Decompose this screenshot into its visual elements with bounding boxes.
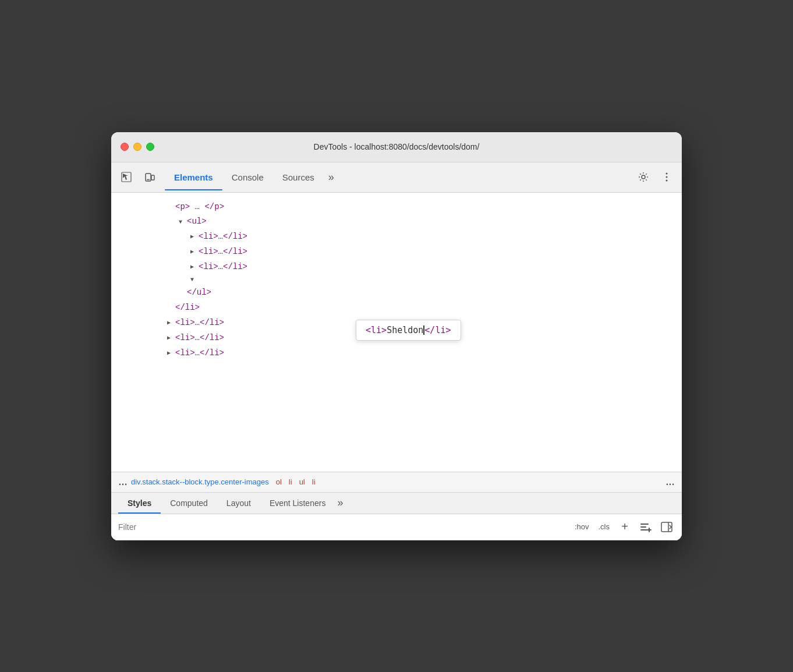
triangle-li7[interactable] <box>167 348 175 358</box>
style-tab-layout[interactable]: Layout <box>217 493 260 514</box>
tab-sources[interactable]: Sources <box>273 169 324 186</box>
toggle-sidebar-button[interactable] <box>659 519 675 535</box>
maximize-button[interactable] <box>146 143 154 151</box>
dom-line-li-sheldon[interactable] <box>121 274 672 285</box>
plus-icon: + <box>621 520 628 533</box>
svg-point-5 <box>666 173 668 175</box>
devtools-toolbar: Elements Console Sources » <box>111 162 682 193</box>
breadcrumb-ul[interactable]: ul <box>299 478 305 486</box>
breadcrumb-end-more[interactable]: … <box>665 477 675 487</box>
new-style-rule-button[interactable] <box>638 519 654 535</box>
more-style-tabs-button[interactable]: » <box>337 497 343 509</box>
inspect-element-button[interactable] <box>116 167 137 188</box>
window-title: DevTools - localhost:8080/docs/devtools/… <box>314 142 480 151</box>
triangle-li2[interactable] <box>190 247 199 257</box>
popup-open-tag: <li> <box>366 325 387 335</box>
triangle-li3[interactable] <box>190 262 199 272</box>
popup-close-tag: </li> <box>424 325 451 335</box>
toolbar-icons <box>116 167 160 188</box>
svg-rect-9 <box>640 526 646 528</box>
triangle-li6[interactable] <box>167 333 175 343</box>
dom-line-ul-close[interactable]: </ul> <box>121 285 672 300</box>
styles-panel: Styles Computed Layout Event Listeners »… <box>111 493 682 540</box>
style-tab-styles[interactable]: Styles <box>118 493 161 514</box>
dom-line-li2[interactable]: <li> … </li> <box>121 245 672 260</box>
svg-line-14 <box>670 527 671 529</box>
style-tab-computed[interactable]: Computed <box>161 493 217 514</box>
popup-text: Sheldon <box>387 325 423 335</box>
toolbar-right <box>633 167 677 188</box>
triangle-li5[interactable] <box>167 318 175 328</box>
dom-line-li-close[interactable]: </li> <box>121 300 672 316</box>
breadcrumb-bar: … div.stack.stack--block.type.center-ima… <box>111 472 682 493</box>
dom-line-li3[interactable]: <li> … </li> <box>121 260 672 275</box>
style-tab-event-listeners[interactable]: Event Listeners <box>260 493 335 514</box>
breadcrumb-ol[interactable]: ol <box>276 478 282 486</box>
new-rule-icon <box>639 521 652 533</box>
svg-rect-8 <box>640 524 649 525</box>
tab-console[interactable]: Console <box>222 169 273 186</box>
triangle-ul[interactable] <box>179 217 187 227</box>
traffic-lights <box>121 143 154 151</box>
triangle-li-sheldon[interactable] <box>190 275 199 285</box>
add-style-button[interactable]: + <box>617 519 633 535</box>
filter-actions: :hov .cls + <box>572 519 675 535</box>
minimize-button[interactable] <box>133 143 141 151</box>
breadcrumb-div[interactable]: div.stack.stack--block.type.center-image… <box>131 478 269 486</box>
more-options-button[interactable] <box>656 167 677 188</box>
more-tabs-button[interactable]: » <box>324 168 339 187</box>
cls-button[interactable]: .cls <box>596 521 613 532</box>
breadcrumb-li[interactable]: li <box>289 478 292 486</box>
dom-panel: <p> … </p> <ul> <li> … </li> <box>111 193 682 472</box>
filter-input[interactable] <box>118 522 568 532</box>
dom-line-ul-open[interactable]: <ul> <box>121 214 672 229</box>
devtools-window: DevTools - localhost:8080/docs/devtools/… <box>111 132 682 540</box>
close-button[interactable] <box>121 143 129 151</box>
dom-line-p[interactable]: <p> … </p> <box>121 200 672 215</box>
dom-line-li1[interactable]: <li> … </li> <box>121 229 672 245</box>
svg-point-4 <box>642 175 645 179</box>
filter-bar: :hov .cls + <box>111 514 682 540</box>
svg-point-6 <box>666 176 668 178</box>
svg-rect-2 <box>151 175 154 180</box>
breadcrumb-more-button[interactable]: … <box>118 477 128 487</box>
svg-point-7 <box>666 180 668 182</box>
dom-line-li7[interactable]: <li> … </li> <box>121 346 672 361</box>
dom-edit-popup[interactable]: <li>Sheldon</li> <box>356 320 461 341</box>
main-tabs: Elements Console Sources » <box>165 168 633 187</box>
styles-tabs: Styles Computed Layout Event Listeners » <box>111 493 682 514</box>
titlebar: DevTools - localhost:8080/docs/devtools/… <box>111 132 682 162</box>
svg-rect-10 <box>640 529 647 530</box>
sidebar-toggle-icon <box>660 521 673 533</box>
tab-elements[interactable]: Elements <box>165 169 222 186</box>
hov-button[interactable]: :hov <box>572 521 592 532</box>
device-toolbar-button[interactable] <box>139 167 160 188</box>
settings-button[interactable] <box>633 167 654 188</box>
breadcrumb-li2[interactable]: li <box>312 478 316 486</box>
triangle-li1[interactable] <box>190 232 199 242</box>
svg-rect-11 <box>661 522 672 532</box>
